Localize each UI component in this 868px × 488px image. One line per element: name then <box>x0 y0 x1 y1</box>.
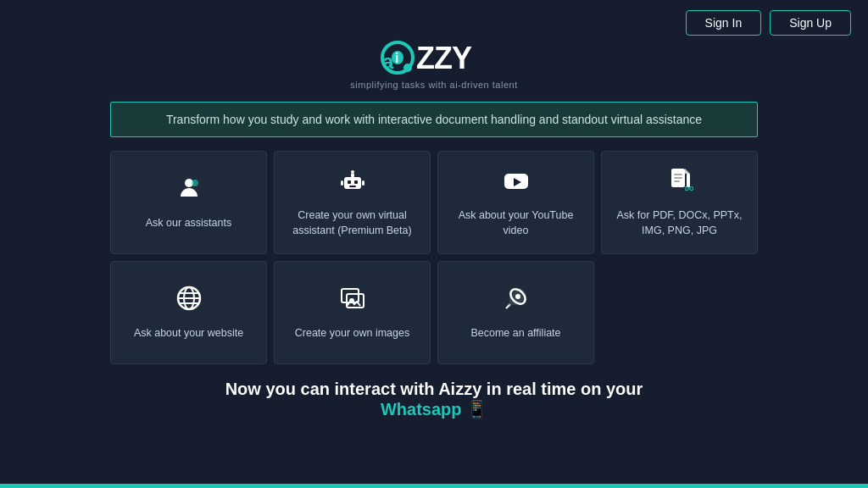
ask-youtube-label: Ask about your YouTube video <box>448 208 583 238</box>
banner: Transform how you study and work with in… <box>110 102 758 137</box>
robot-icon <box>339 167 366 200</box>
bottom-section: Now you can interact with Aizzy in real … <box>0 380 868 419</box>
logo-container: i ZZY a simplifying tasks with ai-driven… <box>0 41 868 90</box>
bottom-main-text: Now you can interact with Aizzy in real … <box>0 380 868 399</box>
grid-item-become-affiliate[interactable]: Become an affiliate <box>437 261 594 364</box>
grid-item-ask-assistants[interactable]: Ask our assistants <box>110 151 267 254</box>
grid-item-create-images[interactable]: Create your own images <box>274 261 431 364</box>
ask-website-label: Ask about your website <box>134 326 243 341</box>
become-affiliate-label: Become an affiliate <box>470 326 560 341</box>
svg-text:DOC: DOC <box>685 186 693 191</box>
logo: i ZZY a <box>379 41 489 78</box>
bottom-bar <box>0 484 868 488</box>
youtube-icon <box>503 167 530 200</box>
signin-button[interactable]: Sign In <box>686 10 762 36</box>
doc-icon: DOC <box>666 167 693 200</box>
grid-item-ask-youtube[interactable]: Ask about your YouTube video <box>437 151 594 254</box>
svg-rect-21 <box>674 174 682 175</box>
svg-rect-9 <box>348 180 351 184</box>
ask-assistants-label: Ask our assistants <box>146 216 231 231</box>
globe-icon <box>175 285 203 318</box>
grid-item-ask-documents[interactable]: DOC Ask for PDF, DOCx, PPTx, IMG, PNG, J… <box>601 151 758 254</box>
whatsapp-text: Whatsapp 📱 <box>381 400 487 419</box>
signup-button[interactable]: Sign Up <box>770 10 851 36</box>
svg-rect-12 <box>351 174 354 177</box>
grid-item-ask-website[interactable]: Ask about your website <box>110 261 267 364</box>
svg-rect-10 <box>354 180 358 184</box>
person-icon <box>175 175 203 208</box>
logo-tagline: simplifying tasks with ai-driven talent <box>350 80 517 90</box>
ask-documents-label: Ask for PDF, DOCx, PPTx, IMG, PNG, JPG <box>612 208 747 238</box>
create-images-label: Create your own images <box>295 326 409 341</box>
whatsapp-link[interactable]: Whatsapp 📱 <box>0 399 868 419</box>
svg-point-34 <box>515 294 520 299</box>
header: Sign In Sign Up <box>0 0 868 46</box>
svg-marker-19 <box>685 169 690 174</box>
svg-rect-11 <box>349 186 356 187</box>
svg-rect-23 <box>674 180 680 182</box>
svg-rect-22 <box>674 177 682 179</box>
svg-point-7 <box>192 180 198 186</box>
feature-grid: Ask our assistants Create your own virtu… <box>110 151 758 364</box>
header-buttons: Sign In Sign Up <box>686 10 851 36</box>
svg-text:a: a <box>382 50 394 73</box>
svg-text:i: i <box>395 51 398 65</box>
svg-rect-15 <box>362 180 364 186</box>
rocket-icon <box>503 285 530 318</box>
image-icon <box>339 285 366 318</box>
create-virtual-label: Create your own virtual assistant (Premi… <box>285 208 420 238</box>
svg-rect-14 <box>341 180 343 186</box>
svg-text:ZZY: ZZY <box>416 41 472 75</box>
logo-svg: i ZZY a <box>379 41 489 78</box>
banner-text: Transform how you study and work with in… <box>166 113 702 126</box>
svg-point-2 <box>403 64 412 72</box>
svg-point-13 <box>351 170 354 174</box>
grid-item-create-virtual[interactable]: Create your own virtual assistant (Premi… <box>274 151 431 254</box>
